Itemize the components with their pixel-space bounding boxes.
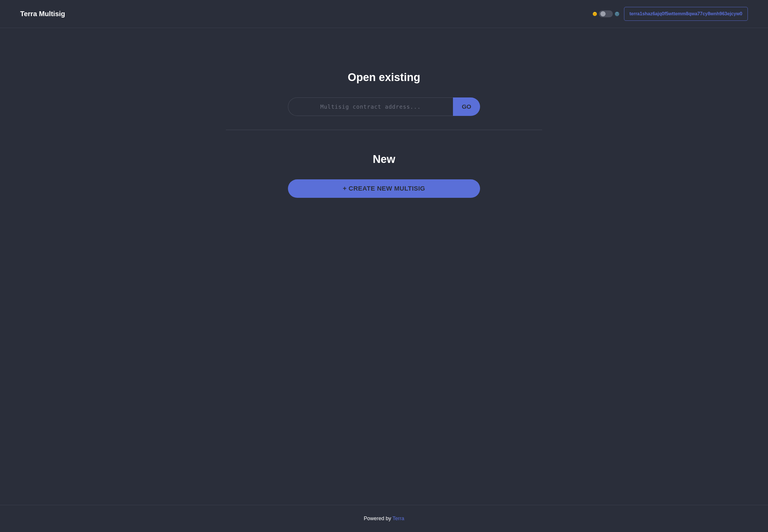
moon-icon: 🌚 <box>615 12 619 16</box>
footer: Powered by Terra <box>0 505 768 532</box>
terra-link[interactable]: Terra <box>393 516 404 521</box>
create-new-multisig-button[interactable]: + CREATE NEW MULTISIG <box>288 179 480 198</box>
sun-icon: 🌞 <box>592 12 597 16</box>
new-title: New <box>373 153 395 166</box>
wallet-address-button[interactable]: terra1shaz6ajq0f5wttemm8qwa77cy8wnh963ej… <box>624 7 748 21</box>
go-button[interactable]: GO <box>453 97 480 116</box>
section-divider <box>226 130 542 130</box>
header-right: 🌞 🌚 terra1shaz6ajq0f5wttemm8qwa77cy8wnh9… <box>592 7 748 21</box>
app-title: Terra Multisig <box>20 10 65 18</box>
header: Terra Multisig 🌞 🌚 terra1shaz6ajq0f5wtte… <box>0 0 768 28</box>
open-existing-title: Open existing <box>347 71 420 84</box>
theme-toggle-wrapper: 🌞 🌚 <box>592 10 619 17</box>
address-input-row: GO <box>288 97 480 116</box>
toggle-knob <box>600 11 606 16</box>
footer-text: Powered by <box>364 516 393 521</box>
theme-toggle[interactable] <box>599 10 613 17</box>
main-content: Open existing GO New + CREATE NEW MULTIS… <box>0 28 768 505</box>
multisig-address-input[interactable] <box>288 97 453 116</box>
